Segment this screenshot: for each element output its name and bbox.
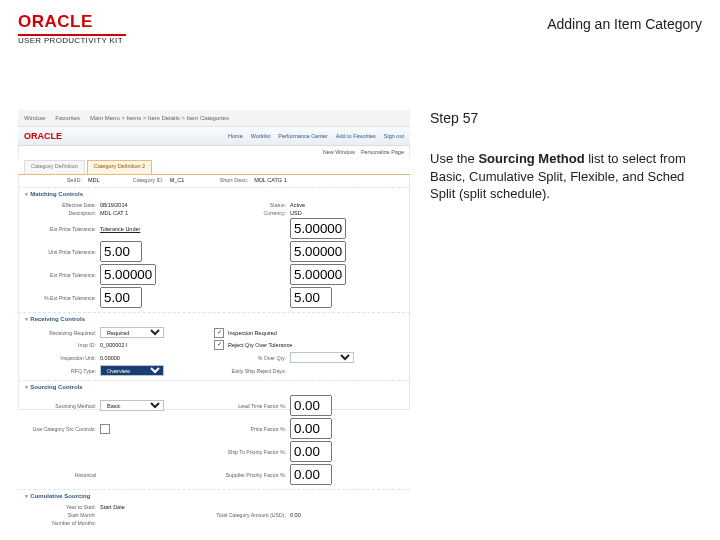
section-receiving[interactable]: Receiving Controls (18, 312, 410, 325)
year-start-value: Start Date (100, 504, 125, 510)
insp-req-label: Inspection Required (228, 330, 277, 336)
pctext-label: % Ext Price Tolerance: (24, 295, 96, 301)
curr-value: USD (290, 210, 302, 216)
supp-label: Supplier Priority Factor %: (214, 472, 286, 478)
nav-signout[interactable]: Sign out (384, 133, 404, 139)
extprice2-under-input[interactable] (290, 264, 346, 285)
new-window-link[interactable]: New Window (323, 149, 355, 155)
sourcing-method-label: Sourcing Method: (24, 403, 96, 409)
over-qty-label: % Over Qty: (214, 355, 286, 361)
section-matching[interactable]: Matching Controls (18, 187, 410, 200)
price-input[interactable] (290, 418, 332, 439)
step-instruction: Use the Sourcing Method list to select f… (430, 150, 702, 203)
hist-label: Historical (24, 472, 96, 478)
extprice-under-input[interactable] (290, 218, 346, 239)
desc-value: MDL CAT 1 (100, 210, 128, 216)
step-label: Step 57 (430, 110, 702, 126)
num-months-label: Number of Months: (24, 520, 96, 526)
early-days-label: Early Ship Reject Days: (214, 368, 286, 374)
extprice2-input[interactable] (100, 264, 156, 285)
sourcing-method-select[interactable]: Basic (100, 400, 164, 411)
supp-input[interactable] (290, 464, 332, 485)
lead-label: Lead Time Factor %: (214, 403, 286, 409)
personalize-link[interactable]: Personalize Page (361, 149, 404, 155)
short-value: MDL CATG 1 (254, 177, 286, 183)
nav-fav[interactable]: Add to Favorites (336, 133, 376, 139)
insp-unit-value: 0.00000 (100, 355, 120, 361)
insp-unit-label: Inspection Unit: (24, 355, 96, 361)
recv-req-label: Receiving Required: (24, 330, 96, 336)
start-month-label: Start Month: (24, 512, 96, 518)
breadcrumb[interactable]: Main Menu > Items > Item Details > Item … (90, 115, 229, 121)
use-cat-checkbox[interactable] (100, 424, 110, 434)
pctext-under-input[interactable] (290, 287, 332, 308)
use-cat-label: Use Category Src Controls: (24, 426, 96, 432)
rfq-type-label: RFQ Type: (24, 368, 96, 374)
section-cumulative[interactable]: Cumulative Sourcing (18, 489, 410, 502)
rfq-type-select[interactable]: Overview (100, 365, 164, 376)
window-menu[interactable]: Window (24, 115, 45, 121)
unitprice-under-input[interactable] (290, 241, 346, 262)
tol-under-label: Tolerance Under (100, 226, 140, 232)
total-amt-label: Total Category Amount (USD): (214, 512, 286, 518)
year-start-label: Year to Start: (24, 504, 96, 510)
inspid-value: 0_000002 I (100, 342, 128, 348)
setid-value: MDL (88, 177, 100, 183)
over-qty-select[interactable] (290, 352, 354, 363)
cat-label: Category ID: (106, 177, 164, 183)
cat-value: M_C1 (170, 177, 185, 183)
unitprice-input[interactable] (100, 241, 142, 262)
eff-date-label: Effective Date: (24, 202, 96, 208)
section-sourcing[interactable]: Sourcing Controls (18, 380, 410, 393)
inspid-label: Insp ID: (24, 342, 96, 348)
setid-label: SetID: (24, 177, 82, 183)
brand-text: ORACLE (24, 131, 62, 141)
tab-cat-def[interactable]: Category Definition (24, 160, 85, 174)
nav-perf[interactable]: Performance Center (278, 133, 328, 139)
nav-worklist[interactable]: Worklist (251, 133, 270, 139)
status-label: Status: (214, 202, 286, 208)
tab-cat-def-2[interactable]: Category Definition 2 (87, 160, 152, 174)
page-title: Adding an Item Category (547, 16, 702, 32)
favorites-menu[interactable]: Favorites (55, 115, 80, 121)
insp-req-checkbox[interactable] (214, 328, 224, 338)
nav-home[interactable]: Home (228, 133, 243, 139)
short-label: Short Desc: (190, 177, 248, 183)
reject-tol-label: Reject Qty Over Tolerance (228, 342, 292, 348)
ship-label: Ship To Priority Factor %: (214, 449, 286, 455)
curr-label: Currency: (214, 210, 286, 216)
unitprice-label: Unit Price Tolerance: (24, 249, 96, 255)
reject-tol-checkbox[interactable] (214, 340, 224, 350)
eff-date-value: 08/19/2014 (100, 202, 128, 208)
extprice-label: Ext Price Tolerance: (24, 226, 96, 232)
status-value: Active (290, 202, 305, 208)
extprice2-label: Ext Price Tolerance: (24, 272, 96, 278)
ship-input[interactable] (290, 441, 332, 462)
price-label: Price Factor %: (214, 426, 286, 432)
pctext-input[interactable] (100, 287, 142, 308)
lead-input[interactable] (290, 395, 332, 416)
desc-label: Description: (24, 210, 96, 216)
total-amt-value: 0.00 (290, 512, 301, 518)
app-screenshot: Window Favorites Main Menu > Items > Ite… (18, 110, 410, 410)
oracle-logo: ORACLE USER PRODUCTIVITY KIT (18, 12, 126, 45)
recv-req-select[interactable]: Required (100, 327, 164, 338)
